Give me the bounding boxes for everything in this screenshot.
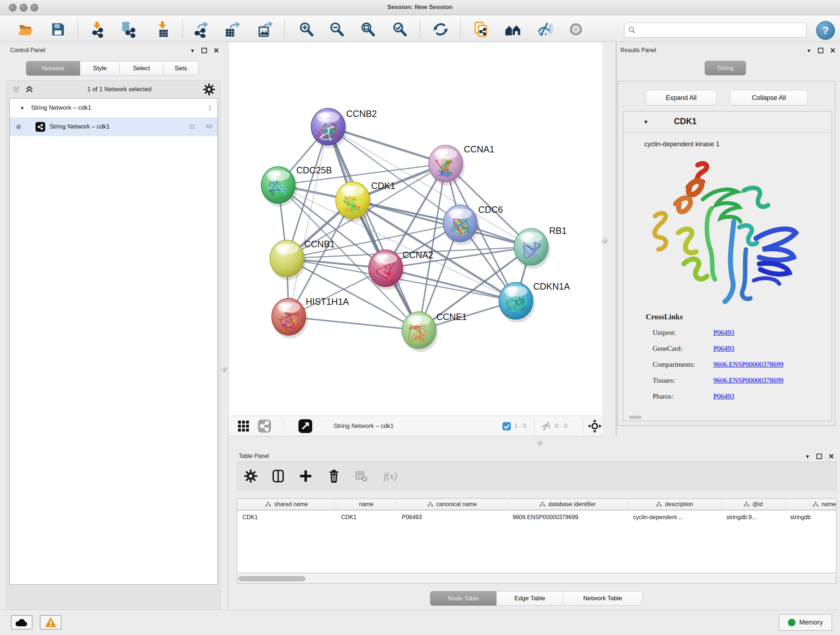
table-cell[interactable]: 9606.ENSP00000378699 — [508, 514, 628, 521]
column-header-@id[interactable]: @id — [722, 499, 785, 510]
control-panel-close-icon[interactable]: ✕ — [213, 46, 219, 55]
zoom-out-icon[interactable] — [327, 21, 347, 38]
zoom-in-icon[interactable] — [296, 21, 317, 38]
table-scrollbar-thumb[interactable] — [238, 576, 305, 581]
node-CCNB2[interactable]: CCNB2 — [311, 108, 377, 149]
edge-CCNB2-HIST1H1A[interactable] — [289, 127, 328, 317]
column-header-namespace[interactable]: namespace — [785, 499, 836, 510]
selected-checkbox-icon[interactable] — [502, 422, 511, 431]
column-header-canonical-name[interactable]: canonical name — [397, 499, 508, 510]
crosslink-link[interactable]: 9606.ENSP00000378699 — [714, 377, 783, 385]
table-cell[interactable]: stringdb — [785, 514, 836, 521]
import-network-icon[interactable] — [88, 21, 108, 38]
gene-card-scrollbar-thumb[interactable] — [629, 416, 641, 419]
tab-edge-table[interactable]: Edge Table — [496, 591, 563, 606]
string-style-icon[interactable] — [257, 419, 271, 433]
results-panel-menu-icon[interactable]: ▼ — [806, 48, 812, 54]
help-button[interactable]: ? — [816, 21, 835, 40]
search-input[interactable] — [636, 25, 806, 35]
column-header-description[interactable]: description — [628, 499, 722, 510]
show-all-eye-icon[interactable] — [566, 21, 586, 38]
fit-content-crosshair-icon[interactable] — [587, 419, 602, 433]
network-node-count: 11 — [189, 123, 195, 130]
crosslink-link[interactable]: 9606.ENSP00000378699 — [714, 361, 783, 369]
export-table-icon[interactable] — [222, 21, 242, 38]
table-panel-float-icon[interactable] — [816, 454, 822, 459]
refresh-icon[interactable] — [431, 21, 451, 38]
import-network-from-database-icon[interactable] — [118, 21, 139, 38]
network-row-selected[interactable]: String Network – cdk1 11 48 — [10, 117, 218, 136]
table-cell[interactable]: cyclin-dependent ... — [628, 514, 722, 521]
footer-separator — [534, 418, 535, 434]
horizontal-splitter-handle[interactable] — [536, 439, 543, 446]
table-cell[interactable]: CDK1 — [237, 514, 336, 521]
gene-card-header[interactable]: ▼ CDK1 — [623, 111, 832, 133]
add-column-icon[interactable] — [297, 468, 315, 484]
network-row-label: String Network – cdk1 — [50, 123, 110, 130]
network-view-canvas[interactable]: CCNB2CCNA1CDC25BCDK1CDC6RB1CCNB1CCNA2CDK… — [229, 42, 602, 416]
results-panel-close-icon[interactable]: ✕ — [830, 46, 836, 55]
crosslink-link[interactable]: P06493 — [714, 345, 734, 353]
table-row[interactable]: CDK1CDK1P064939606.ENSP00000378699cyclin… — [237, 510, 836, 524]
zoom-selected-icon[interactable] — [390, 21, 410, 38]
delete-table-icon[interactable] — [352, 468, 370, 484]
collapse-all-button[interactable]: Collapse All — [730, 90, 808, 105]
export-image-icon[interactable] — [254, 21, 275, 38]
birds-eye-view-icon[interactable] — [237, 419, 249, 433]
results-panel-float-icon[interactable] — [818, 48, 823, 53]
node-RB1[interactable]: RB1 — [514, 226, 567, 269]
table-cell[interactable]: CDK1 — [336, 514, 397, 521]
warning-status-button[interactable] — [40, 615, 62, 630]
home-icon[interactable] — [503, 21, 523, 38]
expand-all-icon[interactable] — [25, 85, 36, 94]
hide-selected-eye-icon[interactable] — [534, 21, 554, 38]
tab-network-table[interactable]: Network Table — [563, 591, 643, 606]
delete-column-trash-icon[interactable] — [325, 468, 343, 484]
collapse-all-icon[interactable] — [12, 85, 23, 94]
network-snapshot-icon[interactable] — [471, 21, 491, 38]
export-network-icon[interactable] — [191, 21, 211, 38]
tab-network[interactable]: Network — [26, 61, 80, 76]
node-label-CDC6: CDC6 — [478, 204, 503, 215]
detach-view-icon[interactable] — [298, 419, 313, 433]
control-panel-float-icon[interactable] — [202, 48, 207, 53]
hidden-eye-icon[interactable] — [540, 421, 552, 432]
node-CDKN1A[interactable]: CDKN1A — [499, 281, 570, 323]
column-header-shared-name[interactable]: shared name — [237, 499, 336, 510]
column-header-name[interactable]: name — [336, 499, 397, 510]
table-panel-menu-icon[interactable]: ▼ — [805, 454, 810, 459]
tab-sets[interactable]: Sets — [163, 61, 199, 76]
table-cell[interactable]: stringdb:9... — [722, 514, 785, 521]
tab-string[interactable]: String — [705, 61, 746, 75]
node-table[interactable]: shared namenamecanonical namedatabase id… — [237, 499, 836, 573]
network-options-gear-icon[interactable] — [203, 83, 215, 96]
collection-expander-icon[interactable]: ▼ — [20, 105, 25, 111]
right-splitter-handle[interactable] — [601, 237, 608, 244]
open-session-icon[interactable] — [15, 21, 35, 38]
zoom-fit-icon[interactable] — [358, 21, 378, 38]
column-header-database-identifier[interactable]: database identifier — [508, 499, 628, 510]
control-panel-menu-icon[interactable]: ▼ — [190, 48, 195, 54]
crosslink-link[interactable]: P06493 — [714, 329, 734, 337]
gene-expander-icon[interactable]: ▼ — [643, 119, 649, 125]
tab-node-table[interactable]: Node Table — [430, 591, 497, 606]
node-CDC25B[interactable]: CDC25B — [261, 165, 332, 207]
table-panel-close-icon[interactable]: ✕ — [829, 452, 834, 461]
table-cell[interactable]: P06493 — [397, 514, 508, 521]
import-table-icon[interactable] — [153, 21, 173, 38]
crosslink-link[interactable]: P06493 — [714, 393, 734, 401]
show-columns-icon[interactable] — [269, 468, 287, 484]
node-CDK1[interactable]: CDK1 — [336, 181, 395, 222]
network-collection-row[interactable]: ▼ String Network – cdk1 1 — [10, 98, 218, 117]
search-field[interactable] — [624, 22, 807, 38]
expand-all-button[interactable]: Expand All — [646, 90, 717, 105]
tab-select[interactable]: Select — [119, 61, 164, 76]
table-horizontal-scrollbar[interactable] — [237, 574, 836, 584]
tab-style[interactable]: Style — [80, 61, 120, 76]
save-session-icon[interactable] — [48, 21, 68, 38]
cloud-status-button[interactable] — [11, 615, 33, 630]
node-HIST1H1A[interactable]: HIST1H1A — [272, 296, 349, 339]
left-splitter-handle[interactable] — [221, 366, 227, 372]
memory-button[interactable]: Memory — [779, 614, 832, 631]
table-settings-gear-icon[interactable] — [242, 468, 260, 484]
